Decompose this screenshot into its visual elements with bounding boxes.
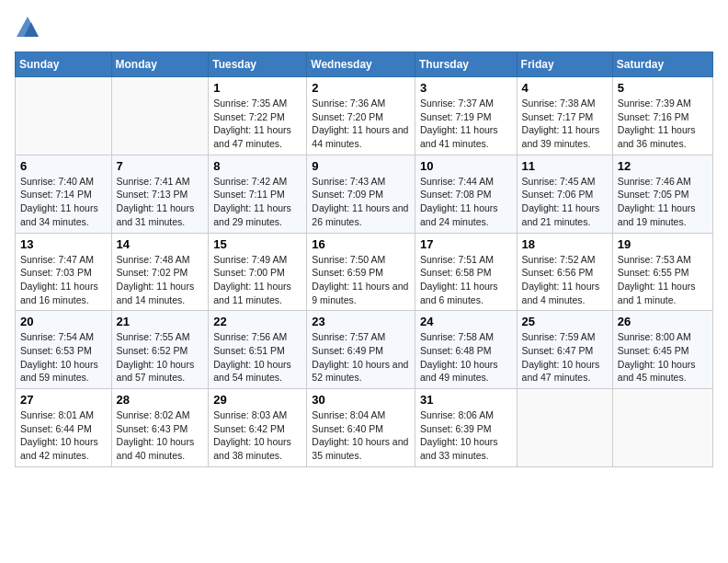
day-info: Sunrise: 8:01 AMSunset: 6:44 PMDaylight:…: [20, 408, 107, 463]
day-number: 2: [312, 81, 410, 95]
day-number: 5: [618, 81, 708, 95]
day-number: 15: [213, 237, 301, 251]
column-header-wednesday: Wednesday: [307, 52, 415, 77]
day-info: Sunrise: 7:51 AMSunset: 6:58 PMDaylight:…: [420, 253, 512, 307]
column-header-thursday: Thursday: [415, 52, 517, 77]
calendar-cell: 6Sunrise: 7:40 AMSunset: 7:14 PMDaylight…: [16, 155, 112, 233]
day-number: 14: [117, 237, 204, 251]
calendar-cell: 1Sunrise: 7:35 AMSunset: 7:22 PMDaylight…: [209, 77, 307, 155]
day-info: Sunrise: 7:35 AMSunset: 7:22 PMDaylight:…: [213, 97, 301, 151]
page-header: [15, 15, 713, 40]
calendar-cell: 5Sunrise: 7:39 AMSunset: 7:16 PMDaylight…: [612, 77, 712, 155]
calendar-cell: 27Sunrise: 8:01 AMSunset: 6:44 PMDayligh…: [16, 389, 112, 467]
day-number: 10: [420, 159, 512, 173]
day-number: 17: [420, 237, 512, 251]
logo-icon: [15, 15, 40, 40]
calendar-cell: 12Sunrise: 7:46 AMSunset: 7:05 PMDayligh…: [612, 155, 712, 233]
day-number: 24: [420, 315, 512, 328]
day-number: 31: [420, 393, 512, 407]
day-number: 4: [522, 81, 608, 95]
calendar-table: SundayMondayTuesdayWednesdayThursdayFrid…: [15, 52, 713, 467]
calendar-cell: 7Sunrise: 7:41 AMSunset: 7:13 PMDaylight…: [111, 155, 209, 233]
calendar-week-row: 27Sunrise: 8:01 AMSunset: 6:44 PMDayligh…: [16, 389, 713, 467]
day-info: Sunrise: 7:59 AMSunset: 6:47 PMDaylight:…: [522, 330, 608, 385]
calendar-cell: 14Sunrise: 7:48 AMSunset: 7:02 PMDayligh…: [111, 233, 209, 311]
column-header-monday: Monday: [111, 52, 209, 77]
day-info: Sunrise: 7:54 AMSunset: 6:53 PMDaylight:…: [20, 330, 107, 385]
day-number: 22: [213, 315, 301, 328]
calendar-cell: 26Sunrise: 8:00 AMSunset: 6:45 PMDayligh…: [612, 311, 712, 389]
calendar-week-row: 1Sunrise: 7:35 AMSunset: 7:22 PMDaylight…: [16, 77, 713, 155]
column-header-tuesday: Tuesday: [209, 52, 307, 77]
day-info: Sunrise: 7:39 AMSunset: 7:16 PMDaylight:…: [618, 97, 708, 151]
day-info: Sunrise: 7:45 AMSunset: 7:06 PMDaylight:…: [522, 175, 608, 229]
day-info: Sunrise: 8:04 AMSunset: 6:40 PMDaylight:…: [312, 408, 410, 463]
day-number: 16: [312, 237, 410, 251]
day-number: 28: [117, 393, 204, 407]
day-number: 12: [618, 159, 708, 173]
calendar-cell: 9Sunrise: 7:43 AMSunset: 7:09 PMDaylight…: [307, 155, 415, 233]
day-info: Sunrise: 7:55 AMSunset: 6:52 PMDaylight:…: [117, 330, 204, 385]
calendar-cell: 31Sunrise: 8:06 AMSunset: 6:39 PMDayligh…: [415, 389, 517, 467]
calendar-cell: 15Sunrise: 7:49 AMSunset: 7:00 PMDayligh…: [209, 233, 307, 311]
day-info: Sunrise: 8:00 AMSunset: 6:45 PMDaylight:…: [618, 330, 708, 385]
calendar-cell: 10Sunrise: 7:44 AMSunset: 7:08 PMDayligh…: [415, 155, 517, 233]
day-info: Sunrise: 7:40 AMSunset: 7:14 PMDaylight:…: [20, 175, 107, 229]
calendar-cell: 21Sunrise: 7:55 AMSunset: 6:52 PMDayligh…: [111, 311, 209, 389]
calendar-cell: 22Sunrise: 7:56 AMSunset: 6:51 PMDayligh…: [209, 311, 307, 389]
day-number: 27: [20, 393, 107, 407]
day-number: 30: [312, 393, 410, 407]
column-header-sunday: Sunday: [16, 52, 112, 77]
day-info: Sunrise: 7:36 AMSunset: 7:20 PMDaylight:…: [312, 97, 410, 151]
calendar-cell: 18Sunrise: 7:52 AMSunset: 6:56 PMDayligh…: [517, 233, 612, 311]
day-number: 3: [420, 81, 512, 95]
day-number: 19: [618, 237, 708, 251]
calendar-cell: 20Sunrise: 7:54 AMSunset: 6:53 PMDayligh…: [16, 311, 112, 389]
calendar-cell: 11Sunrise: 7:45 AMSunset: 7:06 PMDayligh…: [517, 155, 612, 233]
calendar-cell: [517, 389, 612, 467]
calendar-header-row: SundayMondayTuesdayWednesdayThursdayFrid…: [16, 52, 713, 77]
calendar-cell: 2Sunrise: 7:36 AMSunset: 7:20 PMDaylight…: [307, 77, 415, 155]
day-number: 6: [20, 159, 107, 173]
day-info: Sunrise: 7:43 AMSunset: 7:09 PMDaylight:…: [312, 175, 410, 229]
day-number: 8: [213, 159, 301, 173]
day-number: 23: [312, 315, 410, 328]
day-number: 25: [522, 315, 608, 328]
calendar-cell: 13Sunrise: 7:47 AMSunset: 7:03 PMDayligh…: [16, 233, 112, 311]
calendar-cell: 3Sunrise: 7:37 AMSunset: 7:19 PMDaylight…: [415, 77, 517, 155]
calendar-cell: [612, 389, 712, 467]
day-info: Sunrise: 7:42 AMSunset: 7:11 PMDaylight:…: [213, 175, 301, 229]
column-header-friday: Friday: [517, 52, 612, 77]
day-info: Sunrise: 8:06 AMSunset: 6:39 PMDaylight:…: [420, 408, 512, 463]
day-number: 21: [117, 315, 204, 328]
calendar-cell: 30Sunrise: 8:04 AMSunset: 6:40 PMDayligh…: [307, 389, 415, 467]
column-header-saturday: Saturday: [612, 52, 712, 77]
day-info: Sunrise: 7:53 AMSunset: 6:55 PMDaylight:…: [618, 253, 708, 307]
day-number: 13: [20, 237, 107, 251]
calendar-week-row: 13Sunrise: 7:47 AMSunset: 7:03 PMDayligh…: [16, 233, 713, 311]
calendar-cell: 8Sunrise: 7:42 AMSunset: 7:11 PMDaylight…: [209, 155, 307, 233]
calendar-cell: 24Sunrise: 7:58 AMSunset: 6:48 PMDayligh…: [415, 311, 517, 389]
day-info: Sunrise: 7:56 AMSunset: 6:51 PMDaylight:…: [213, 330, 301, 385]
calendar-week-row: 6Sunrise: 7:40 AMSunset: 7:14 PMDaylight…: [16, 155, 713, 233]
calendar-cell: [16, 77, 112, 155]
day-info: Sunrise: 7:47 AMSunset: 7:03 PMDaylight:…: [20, 253, 107, 307]
day-info: Sunrise: 7:58 AMSunset: 6:48 PMDaylight:…: [420, 330, 512, 385]
day-number: 1: [213, 81, 301, 95]
day-info: Sunrise: 7:48 AMSunset: 7:02 PMDaylight:…: [117, 253, 204, 307]
calendar-cell: [111, 77, 209, 155]
day-info: Sunrise: 7:37 AMSunset: 7:19 PMDaylight:…: [420, 97, 512, 151]
logo: [15, 15, 44, 40]
day-info: Sunrise: 7:49 AMSunset: 7:00 PMDaylight:…: [213, 253, 301, 307]
day-info: Sunrise: 7:57 AMSunset: 6:49 PMDaylight:…: [312, 330, 410, 385]
day-number: 7: [117, 159, 204, 173]
day-info: Sunrise: 7:41 AMSunset: 7:13 PMDaylight:…: [117, 175, 204, 229]
day-info: Sunrise: 7:46 AMSunset: 7:05 PMDaylight:…: [618, 175, 708, 229]
day-info: Sunrise: 8:03 AMSunset: 6:42 PMDaylight:…: [213, 408, 301, 463]
day-number: 26: [618, 315, 708, 328]
day-number: 18: [522, 237, 608, 251]
day-number: 20: [20, 315, 107, 328]
calendar-cell: 17Sunrise: 7:51 AMSunset: 6:58 PMDayligh…: [415, 233, 517, 311]
day-info: Sunrise: 7:52 AMSunset: 6:56 PMDaylight:…: [522, 253, 608, 307]
calendar-cell: 19Sunrise: 7:53 AMSunset: 6:55 PMDayligh…: [612, 233, 712, 311]
